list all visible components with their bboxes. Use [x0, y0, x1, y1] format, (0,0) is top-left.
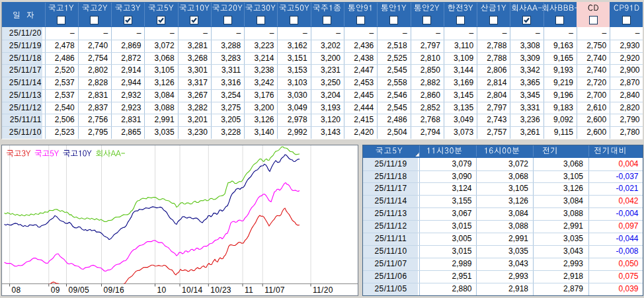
svg-text:11/20: 11/20: [313, 285, 333, 294]
svg-text:10/14: 10/14: [182, 285, 203, 294]
svg-text:08: 08: [12, 285, 21, 294]
svg-text:09/16: 09/16: [104, 285, 125, 294]
svg-text:11: 11: [245, 285, 253, 294]
svg-text:09/05: 09/05: [69, 285, 90, 294]
svg-text:10: 10: [157, 285, 167, 294]
svg-text:10/23: 10/23: [210, 285, 231, 294]
svg-text:09: 09: [51, 285, 60, 294]
svg-text:11/07: 11/07: [264, 285, 285, 294]
